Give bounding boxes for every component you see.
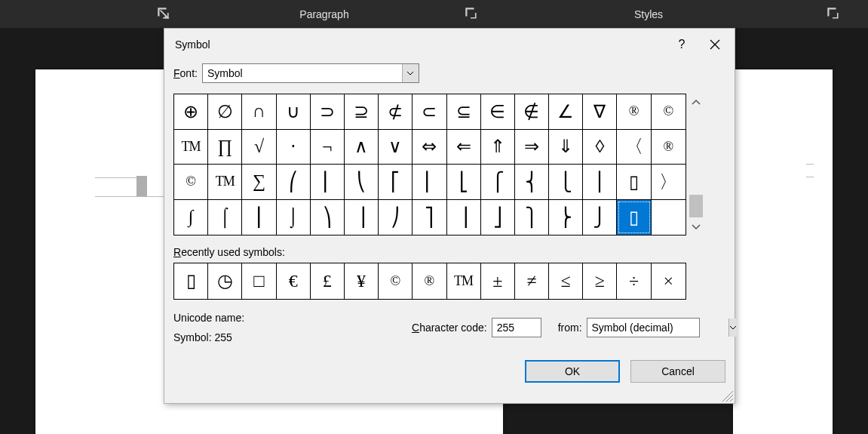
symbol-cell[interactable]: © [652,94,686,130]
symbol-cell[interactable]: ∧ [345,130,379,165]
recent-symbol-cell[interactable]: ≠ [515,263,549,299]
symbol-cell[interactable]: © [174,165,208,200]
symbol-cell[interactable] [652,200,686,235]
scroll-up-button[interactable] [689,95,703,109]
symbol-cell[interactable]: ⎭ [583,200,617,235]
scroll-down-button[interactable] [689,220,703,234]
recent-symbols-grid[interactable]: ▯◷□€£¥©®TM±≠≤≥÷× [173,263,686,300]
symbol-cell[interactable]: ⇑ [481,130,515,165]
dialog-launcher-icon[interactable] [464,6,477,20]
symbol-cell[interactable]: ® [617,94,651,130]
from-input[interactable] [587,322,728,334]
symbol-cell[interactable]: ⇓ [549,130,583,165]
symbol-grid[interactable]: ⊕∅∩∪⊃⊇⊄⊂⊆∈∉∠∇®©TM∏√⋅¬∧∨⇔⇐⇑⇒⇓◊〈®©TM∑⎛⎜⎝⎡⎢… [173,94,686,235]
help-button[interactable]: ? [665,30,698,59]
font-input[interactable] [203,67,402,79]
symbol-cell[interactable]: ⎛ [277,165,311,200]
symbol-cell[interactable]: ⇐ [447,130,481,165]
dialog-launcher-icon[interactable] [826,6,839,20]
symbol-cell[interactable]: ∑ [242,165,276,200]
symbol-cell[interactable]: ⎨ [515,165,549,200]
symbol-cell[interactable]: ∩ [242,94,276,130]
close-button[interactable] [698,30,732,59]
symbol-cell[interactable]: ⊃ [311,94,345,130]
from-combo[interactable] [587,318,700,337]
symbol-cell[interactable]: ⊇ [345,94,379,130]
symbol-cell[interactable]: ⎣ [447,165,481,200]
symbol-cell[interactable]: ⎫ [515,200,549,235]
recent-symbol-cell[interactable]: TM [447,263,481,299]
symbol-cell[interactable]: ∨ [379,130,413,165]
recent-symbol-cell[interactable]: ▯ [174,263,208,299]
cancel-button[interactable]: Cancel [630,360,725,383]
symbol-cell[interactable]: ⊕ [174,94,208,130]
symbol-cell[interactable]: ∠ [549,94,583,130]
grid-scrollbar[interactable] [686,94,704,235]
recent-symbol-cell[interactable]: £ [311,263,345,299]
symbol-cell[interactable]: ⎥ [447,200,481,235]
symbol-cell[interactable]: TM [174,130,208,165]
symbol-cell[interactable]: ⎢ [413,165,446,200]
character-code-input[interactable] [492,318,541,337]
recent-symbol-cell[interactable]: ± [481,263,515,299]
recent-symbol-cell[interactable]: © [379,263,413,299]
symbol-cell[interactable]: ∏ [208,130,242,165]
recent-symbol-cell[interactable]: € [277,263,311,299]
symbol-cell[interactable]: ⇒ [515,130,549,165]
recent-symbol-cell[interactable]: ÷ [617,263,651,299]
resize-grip-icon[interactable] [722,391,733,402]
symbol-cell[interactable]: ▯ [617,200,651,235]
symbol-cell[interactable]: ⎜ [311,165,345,200]
ribbon-group-styles: Styles [634,8,663,20]
recent-symbol-cell[interactable]: ≥ [583,263,617,299]
symbol-cell[interactable]: ⎪ [583,165,617,200]
symbol-cell[interactable]: ⎬ [549,200,583,235]
symbol-cell[interactable]: ⌠ [208,200,242,235]
symbol-cell[interactable]: ∉ [515,94,549,130]
font-combo[interactable] [202,63,419,83]
recent-symbol-cell[interactable]: □ [242,263,276,299]
symbol-cell[interactable]: 〈 [617,130,651,165]
symbol-cell[interactable]: ⊂ [413,94,446,130]
symbol-cell[interactable]: ⊄ [379,94,413,130]
symbol-cell[interactable]: 〉 [652,165,686,200]
symbol-cell[interactable]: ∅ [208,94,242,130]
symbol-cell[interactable]: ▯ [617,165,651,200]
symbol-cell[interactable]: ⎡ [379,165,413,200]
from-dropdown-button[interactable] [728,319,737,337]
symbol-cell[interactable]: ⎧ [481,165,515,200]
symbol-cell[interactable]: ¬ [311,130,345,165]
symbol-cell[interactable]: TM [208,165,242,200]
symbol-cell[interactable]: ⎤ [413,200,446,235]
scroll-track[interactable] [689,112,703,217]
symbol-cell[interactable]: ® [652,130,686,165]
symbol-cell[interactable]: ∪ [277,94,311,130]
dialog-launcher-icon[interactable] [156,6,170,20]
symbol-cell[interactable]: ⊆ [447,94,481,130]
ok-button[interactable]: OK [525,360,620,383]
symbol-cell[interactable]: ⎝ [345,165,379,200]
symbol-cell[interactable]: ⇔ [413,130,446,165]
symbol-cell[interactable]: ⋅ [277,130,311,165]
document-page-right[interactable] [733,69,833,434]
recent-symbol-cell[interactable]: ® [413,263,446,299]
font-dropdown-button[interactable] [402,64,419,82]
symbol-cell[interactable]: ⎠ [379,200,413,235]
symbol-cell[interactable]: ⎟ [345,200,379,235]
dialog-titlebar[interactable]: Symbol ? [164,29,735,60]
recent-symbol-cell[interactable]: ◷ [208,263,242,299]
symbol-cell[interactable]: ∇ [583,94,617,130]
symbol-cell[interactable]: ⎩ [549,165,583,200]
symbol-cell[interactable]: ∈ [481,94,515,130]
recent-symbol-cell[interactable]: ¥ [345,263,379,299]
recent-symbol-cell[interactable]: × [652,263,686,299]
symbol-cell[interactable]: ∫ [174,200,208,235]
recent-symbol-cell[interactable]: ≤ [549,263,583,299]
symbol-cell[interactable]: ⌡ [277,200,311,235]
scroll-thumb[interactable] [689,195,703,217]
symbol-cell[interactable]: √ [242,130,276,165]
symbol-cell[interactable]: ◊ [583,130,617,165]
symbol-cell[interactable]: ⎮ [242,200,276,235]
symbol-cell[interactable]: ⎦ [481,200,515,235]
symbol-cell[interactable]: ⎞ [311,200,345,235]
